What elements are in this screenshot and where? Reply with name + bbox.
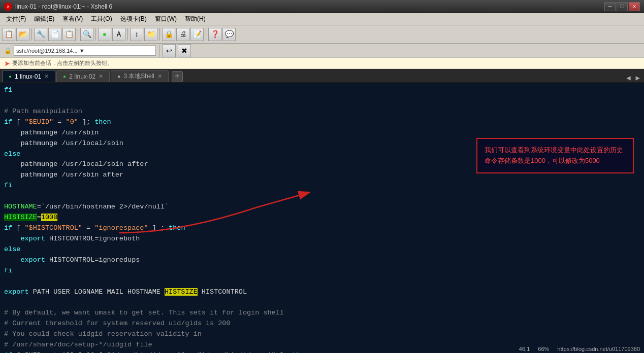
- code-line-else-2: else: [4, 244, 640, 255]
- code-line-comment-threshold: # Current threshold for system reserved …: [4, 319, 640, 329]
- menu-tabs[interactable]: 选项卡(B): [116, 14, 151, 24]
- tab-dot-2: ●: [63, 74, 66, 79]
- paste-button[interactable]: 📋: [62, 28, 76, 41]
- chat-button[interactable]: 💬: [222, 28, 236, 41]
- minimize-button[interactable]: ─: [604, 2, 616, 11]
- title-bar: ✕ linux-01 - root@linux-01:~ - Xshell 6 …: [0, 0, 644, 13]
- tab-bar: ● 1 linux-01 ✕ ● 2 linux-02 ✕ ● 3 本地Shel…: [0, 69, 644, 83]
- menu-window[interactable]: 窗口(W): [151, 14, 181, 24]
- ssh-address-text: ssh://root@192.168.14... ▼: [16, 48, 85, 54]
- find-button[interactable]: 🔍: [80, 28, 93, 41]
- url-ref: https://blog.csdn.net/u011709380: [557, 346, 640, 352]
- code-line-blank-1: [4, 96, 640, 107]
- ssh-lock-icon: 🔒: [4, 47, 12, 54]
- toolbar-separator-2: [78, 28, 78, 41]
- menu-view[interactable]: 查看(V): [58, 14, 87, 24]
- code-line-hostname: HOSTNAME=`/usr/bin/hostname 2>/dev/null`: [4, 202, 640, 213]
- menu-edit[interactable]: 编辑(E): [30, 14, 58, 24]
- tab-label-3: 3 本地Shell: [123, 72, 154, 81]
- code-line-blank-2: [4, 191, 640, 202]
- close-button[interactable]: ✕: [629, 2, 640, 11]
- tab-close-3[interactable]: ✕: [157, 73, 162, 80]
- tab-label-2: 2 linux-02: [69, 73, 95, 80]
- code-line-comment-umask: # By default, we want umask to get set. …: [4, 308, 640, 319]
- properties-button[interactable]: 🔧: [34, 28, 47, 41]
- code-line-export-all: export PATH USER LOGNAME MAIL HOSTNAME H…: [4, 287, 640, 298]
- toolbar-separator-6: [206, 28, 206, 41]
- ssh-bar: 🔒 ssh://root@192.168.14... ▼ ↩ ✖: [0, 44, 644, 58]
- code-line-pathmunge-1: pathmunge /usr/sbin: [4, 128, 640, 138]
- copy-button[interactable]: 📄: [48, 28, 61, 41]
- menu-bar: 文件(F) 编辑(E) 查看(V) 工具(O) 选项卡(B) 窗口(W) 帮助(…: [0, 13, 644, 25]
- terminal[interactable]: fi # Path manipulation if [ "$EUID" = "0…: [0, 83, 644, 353]
- color-button[interactable]: ●: [98, 28, 111, 41]
- tab-linux02[interactable]: ● 2 linux-02 ✕: [56, 70, 110, 82]
- app-icon: ✕: [4, 3, 12, 11]
- annotation-text: 我们可以查看到系统环境变量中此处设置的历史命令存储条数是1000，可以修改为50…: [485, 146, 623, 164]
- hint-arrow-icon: ➤: [4, 59, 10, 67]
- code-line-fi-2: fi: [4, 181, 640, 191]
- font-button[interactable]: A: [112, 28, 125, 41]
- hint-bar: ➤ 要添加当前会话，点击左侧的箭头按钮。: [0, 58, 644, 69]
- tab-next-button[interactable]: ▶: [634, 74, 642, 82]
- toolbar-separator-1: [31, 28, 32, 41]
- code-line-if-euid: if [ "$EUID" = "0" ]; then: [4, 117, 640, 128]
- reconnect-button[interactable]: ↩: [163, 44, 176, 57]
- cursor-position: 46,1: [519, 346, 530, 352]
- print-button[interactable]: 🖨: [176, 28, 189, 41]
- menu-help[interactable]: 帮助(H): [181, 14, 210, 24]
- annotation-box: 我们可以查看到系统环境变量中此处设置的历史命令存储条数是1000，可以修改为50…: [476, 138, 634, 173]
- code-line-fi-3: fi: [4, 266, 640, 276]
- code-line-comment-check: # You could check uidgid reservation val…: [4, 329, 640, 340]
- tab-linux01[interactable]: ● 1 linux-01 ✕: [2, 70, 55, 82]
- ssh-sep: [159, 45, 159, 57]
- tab-navigation: ◀ ▶: [624, 74, 642, 82]
- toolbar: 📋 📂 🔧 📄 📋 🔍 ● A ↕ 📁 🔒 🖨 📝 ❓ 💬: [0, 25, 644, 44]
- script-button[interactable]: 📝: [190, 28, 204, 41]
- transfer-button[interactable]: ↕: [130, 28, 143, 41]
- toolbar-separator-3: [95, 28, 96, 41]
- code-line-histsize: HISTSIZE=1000: [4, 213, 640, 223]
- tab-localshell[interactable]: ● 3 本地Shell ✕: [111, 70, 169, 82]
- ssh-address-input[interactable]: ssh://root@192.168.14... ▼: [14, 46, 156, 56]
- code-line-comment-path: # Path manipulation: [4, 107, 640, 117]
- window-title: linux-01 - root@linux-01:~ - Xshell 6: [15, 3, 112, 10]
- tab-close-2[interactable]: ✕: [99, 73, 103, 80]
- code-line-fi-1: fi: [4, 85, 640, 96]
- title-left: ✕ linux-01 - root@linux-01:~ - Xshell 6: [4, 3, 112, 11]
- hint-text: 要添加当前会话，点击左侧的箭头按钮。: [12, 59, 113, 67]
- maximize-button[interactable]: □: [617, 2, 628, 11]
- code-line-blank-4: [4, 297, 640, 308]
- zoom-level: 66%: [538, 346, 549, 352]
- tab-prev-button[interactable]: ◀: [624, 74, 632, 82]
- code-line-blank-3: [4, 276, 640, 287]
- sftp-button[interactable]: 📁: [144, 28, 157, 41]
- add-tab-button[interactable]: +: [172, 71, 183, 82]
- status-bar: 46,1 66% https://blog.csdn.net/u01170938…: [515, 345, 644, 353]
- lock-button[interactable]: 🔒: [162, 28, 175, 41]
- disconnect-button[interactable]: ✖: [178, 44, 191, 57]
- tab-close-1[interactable]: ✕: [44, 73, 49, 80]
- tab-dot-3: ●: [117, 74, 120, 79]
- menu-tools[interactable]: 工具(O): [87, 14, 116, 24]
- help-icon-button[interactable]: ❓: [208, 28, 221, 41]
- window-controls: ─ □ ✕: [604, 2, 640, 11]
- code-line-export-histcontrol-1: export HISTCONTROL=ignoreboth: [4, 234, 640, 244]
- toolbar-separator-5: [159, 28, 160, 41]
- open-button[interactable]: 📂: [16, 28, 29, 41]
- menu-file[interactable]: 文件(F): [2, 14, 30, 24]
- toolbar-separator-4: [127, 28, 128, 41]
- tab-label-1: 1 linux-01: [15, 73, 41, 80]
- code-line-if-histcontrol: if [ "$HISTCONTROL" = "ignorespace" ] ; …: [4, 223, 640, 234]
- tab-dot-1: ●: [9, 74, 12, 79]
- new-session-button[interactable]: 📋: [2, 28, 15, 41]
- code-line-export-histcontrol-2: export HISTCONTROL=ignoredups: [4, 255, 640, 266]
